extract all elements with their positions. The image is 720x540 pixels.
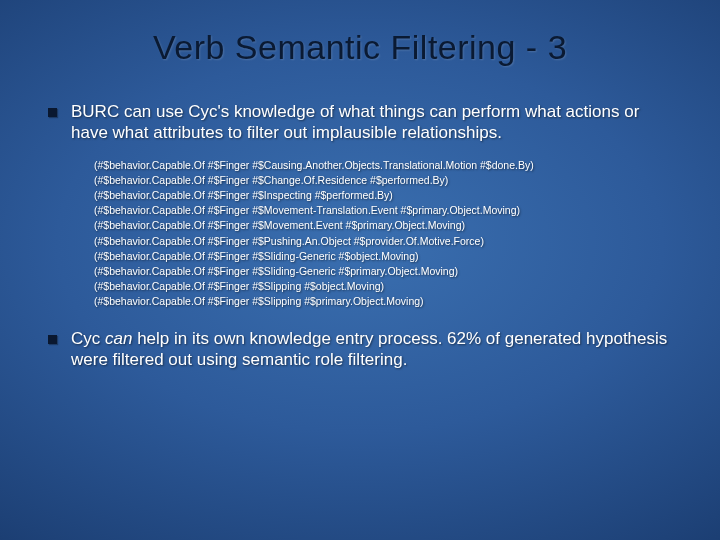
square-bullet-icon	[48, 335, 57, 344]
code-line: (#$behavior.Capable.Of #$Finger #$Change…	[94, 173, 672, 188]
bullet-item: Cyc can help in its own knowledge entry …	[48, 328, 672, 371]
code-line: (#$behavior.Capable.Of #$Finger #$Pushin…	[94, 234, 672, 249]
slide: Verb Semantic Filtering - 3 BURC can use…	[0, 0, 720, 540]
code-block: (#$behavior.Capable.Of #$Finger #$Causin…	[94, 158, 672, 310]
code-line: (#$behavior.Capable.Of #$Finger #$Slidin…	[94, 249, 672, 264]
code-line: (#$behavior.Capable.Of #$Finger #$Causin…	[94, 158, 672, 173]
slide-title: Verb Semantic Filtering - 3	[48, 28, 672, 67]
square-bullet-icon	[48, 108, 57, 117]
code-line: (#$behavior.Capable.Of #$Finger #$Moveme…	[94, 203, 672, 218]
bullet-item: BURC can use Cyc's knowledge of what thi…	[48, 101, 672, 144]
code-line: (#$behavior.Capable.Of #$Finger #$Moveme…	[94, 218, 672, 233]
code-line: (#$behavior.Capable.Of #$Finger #$Slippi…	[94, 294, 672, 309]
code-line: (#$behavior.Capable.Of #$Finger #$Slippi…	[94, 279, 672, 294]
text-fragment: Cyc	[71, 329, 105, 348]
italic-text: can	[105, 329, 132, 348]
bullet-text: BURC can use Cyc's knowledge of what thi…	[71, 101, 672, 144]
code-line: (#$behavior.Capable.Of #$Finger #$Slidin…	[94, 264, 672, 279]
code-line: (#$behavior.Capable.Of #$Finger #$Inspec…	[94, 188, 672, 203]
text-fragment: help in its own knowledge entry process.…	[71, 329, 667, 369]
bullet-text: Cyc can help in its own knowledge entry …	[71, 328, 672, 371]
